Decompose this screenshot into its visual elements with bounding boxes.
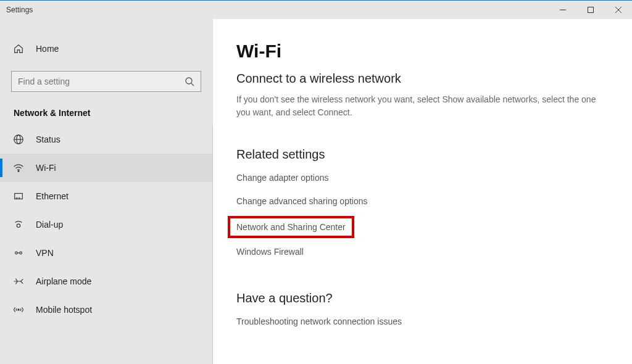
link-windows-firewall[interactable]: Windows Firewall (236, 247, 304, 257)
globe-icon (12, 133, 25, 146)
title-bar: Settings (0, 1, 632, 19)
svg-rect-10 (15, 194, 23, 199)
page-subtitle: Connect to a wireless network (236, 72, 609, 86)
related-links: Change adapter options Change advanced s… (236, 173, 609, 270)
nav-label: Wi-Fi (36, 163, 56, 173)
svg-point-19 (18, 309, 19, 310)
home-icon (12, 43, 25, 55)
main-content: Wi-Fi Connect to a wireless network If y… (213, 19, 632, 364)
svg-point-16 (15, 252, 18, 254)
ethernet-icon (12, 190, 25, 202)
window-title: Settings (0, 6, 33, 14)
link-troubleshoot[interactable]: Troubleshooting network connection issue… (236, 316, 402, 326)
scrollbar[interactable] (623, 19, 632, 364)
svg-point-17 (20, 252, 22, 254)
nav-item-dialup[interactable]: Dial-up (0, 210, 212, 239)
link-network-sharing-center[interactable]: Network and Sharing Center (228, 216, 354, 238)
airplane-icon (12, 275, 25, 287)
search-icon (185, 77, 194, 86)
nav-item-airplane[interactable]: Airplane mode (0, 267, 212, 296)
nav-item-wifi[interactable]: Wi-Fi (0, 154, 212, 182)
nav-label: Airplane mode (36, 276, 91, 286)
dialup-icon (12, 218, 25, 231)
link-advanced-sharing[interactable]: Change advanced sharing options (236, 196, 368, 206)
nav-label: Mobile hotspot (36, 305, 92, 315)
svg-point-9 (18, 171, 19, 172)
nav-label: VPN (36, 248, 54, 258)
vpn-icon (12, 247, 25, 259)
hotspot-icon (12, 304, 25, 316)
home-label: Home (36, 44, 59, 54)
category-heading: Network & Internet (0, 98, 212, 125)
close-button[interactable] (604, 1, 632, 19)
svg-line-5 (191, 83, 194, 86)
minimize-button[interactable] (549, 1, 576, 19)
link-adapter-options[interactable]: Change adapter options (236, 173, 328, 183)
question-heading: Have a question? (236, 291, 609, 305)
search-input[interactable] (18, 77, 185, 86)
home-button[interactable]: Home (0, 35, 212, 62)
svg-rect-1 (588, 7, 593, 13)
maximize-button[interactable] (576, 1, 604, 19)
nav-item-hotspot[interactable]: Mobile hotspot (0, 296, 212, 324)
wifi-icon (12, 162, 25, 174)
search-box[interactable] (11, 71, 201, 92)
nav-item-vpn[interactable]: VPN (0, 239, 212, 267)
nav-item-status[interactable]: Status (0, 125, 212, 154)
page-title: Wi-Fi (236, 41, 609, 62)
svg-point-4 (186, 78, 192, 84)
sidebar: Home Network & Internet Status (0, 19, 213, 364)
svg-point-15 (17, 224, 20, 227)
nav-label: Status (36, 134, 60, 144)
related-heading: Related settings (236, 147, 609, 162)
nav-item-ethernet[interactable]: Ethernet (0, 182, 212, 210)
page-description: If you don't see the wireless network yo… (236, 93, 607, 119)
nav-label: Dial-up (36, 220, 63, 230)
nav-label: Ethernet (36, 191, 69, 201)
nav-list: Status Wi-Fi Ethernet (0, 125, 213, 364)
